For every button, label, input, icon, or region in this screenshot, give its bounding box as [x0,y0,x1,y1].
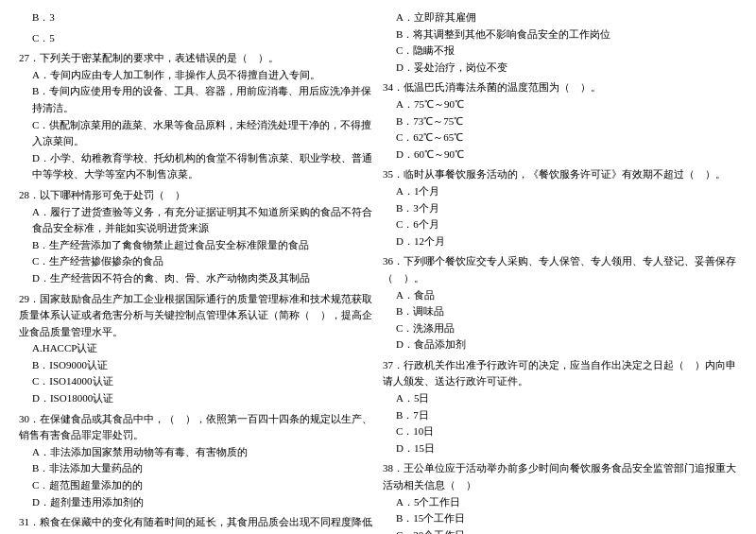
q-b3: B．3 [19,9,373,26]
q34-text: 34．低温巴氏消毒法杀菌的温度范围为（ ）。 [383,79,737,96]
q29-c: C．ISO14000认证 [19,373,373,390]
q34: 34．低温巴氏消毒法杀菌的温度范围为（ ）。 A．75℃～90℃ B．73℃～7… [383,79,737,163]
q29-b: B．ISO9000认证 [19,357,373,374]
q33-a: A．立即辞其雇佣 [383,9,737,26]
q37-b: B．7日 [383,407,737,424]
right-column: A．立即辞其雇佣 B．将其调整到其他不影响食品安全的工作岗位 C．隐瞒不报 D．… [383,9,737,534]
q38-a: A．5个工作日 [383,494,737,511]
q34-b: B．73℃～75℃ [383,113,737,130]
q35-c: C．6个月 [383,216,737,233]
q30-b: B．非法添加大量药品的 [19,460,373,477]
q33-opts: A．立即辞其雇佣 B．将其调整到其他不影响食品安全的工作岗位 C．隐瞒不报 D．… [383,9,737,76]
q36: 36．下列哪个餐饮应交专人采购、专人保管、专人领用、专人登记、妥善保存（ ）。 … [383,253,737,353]
q34-d: D．60℃～90℃ [383,146,737,164]
q37-c: C．10日 [383,423,737,440]
q-c5: C．5 [19,30,373,47]
q33-d: D．妥处治疗，岗位不变 [383,60,737,77]
q35-text: 35．临时从事餐饮服务活动的，《餐饮服务许可证》有效期不超过（ ）。 [383,166,737,183]
q28-d: D．生产经营因不符合的禽、肉、骨、水产动物肉类及其制品 [19,270,373,287]
q29-text: 29．国家鼓励食品生产加工企业根据国际通行的质量管理标准和技术规范获取质量体系认… [19,291,373,341]
q33-b: B．将其调整到其他不影响食品安全的工作岗位 [383,26,737,43]
q27-text: 27．下列关于密某配制的要求中，表述错误的是（ ）。 [19,50,373,67]
q28: 28．以下哪种情形可免于处罚（ ） A．履行了进货查验等义务，有充分证据证明其不… [19,187,373,287]
q37-a: A．5日 [383,390,737,407]
q30-a: A．非法添加国家禁用动物等有毒、有害物质的 [19,444,373,461]
q36-d: D．食品添加剂 [383,336,737,353]
q36-b: B．调味品 [383,303,737,320]
q34-a: A．75℃～90℃ [383,96,737,113]
q38-b: B．15个工作日 [383,510,737,527]
q28-b: B．生产经营添加了禽食物禁止超过食品安全标准限量的食品 [19,237,373,254]
page-container: B．3 C．5 27．下列关于密某配制的要求中，表述错误的是（ ）。 A．专间内… [19,9,737,534]
q29-d: D．ISO18000认证 [19,390,373,407]
option-c5: C．5 [19,30,373,47]
q36-text: 36．下列哪个餐饮应交专人采购、专人保管、专人领用、专人登记、妥善保存（ ）。 [383,253,737,286]
q35-b: B．3个月 [383,200,737,217]
q38-text: 38．王公单位应于活动举办前多少时间向餐饮服务食品安全监管部门追报重大活动相关信… [383,460,737,493]
q31-text: 31．粮食在保藏中的变化有随着时间的延长，其食用品质会出现不同程度降低的现象，称… [19,514,373,534]
q27: 27．下列关于密某配制的要求中，表述错误的是（ ）。 A．专间内应由专人加工制作… [19,50,373,183]
q37-text: 37．行政机关作出准予行政许可的决定，应当自作出决定之日起（ ）内向申请人颁发、… [383,357,737,390]
q36-a: A．食品 [383,287,737,304]
q28-c: C．生产经营掺假掺杂的食品 [19,253,373,270]
q27-d: D．小学、幼稚教育学校、托幼机构的食堂不得制售凉菜、职业学校、普通中等学校、大学… [19,150,373,183]
q38: 38．王公单位应于活动举办前多少时间向餐饮服务食品安全监管部门追报重大活动相关信… [383,460,737,534]
q27-a: A．专间内应由专人加工制作，非操作人员不得擅自进入专间。 [19,67,373,84]
q38-c: C．20个工作日 [383,527,737,534]
q31: 31．粮食在保藏中的变化有随着时间的延长，其食用品质会出现不同程度降低的现象，称… [19,514,373,534]
q35-a: A．1个月 [383,183,737,200]
option-b3: B．3 [19,9,373,26]
q33-c: C．隐瞒不报 [383,43,737,60]
q28-text: 28．以下哪种情形可免于处罚（ ） [19,187,373,204]
q35-d: D．12个月 [383,233,737,250]
q37: 37．行政机关作出准予行政许可的决定，应当自作出决定之日起（ ）内向申请人颁发、… [383,357,737,457]
left-column: B．3 C．5 27．下列关于密某配制的要求中，表述错误的是（ ）。 A．专间内… [19,9,373,534]
q27-b: B．专间内应使用专用的设备、工具、容器，用前应消毒、用后应洗净并保持清洁。 [19,83,373,116]
q34-c: C．62℃～65℃ [383,129,737,146]
q28-a: A．履行了进货查验等义务，有充分证据证明其不知道所采购的食品不符合食品安全标准，… [19,204,373,237]
q35: 35．临时从事餐饮服务活动的，《餐饮服务许可证》有效期不超过（ ）。 A．1个月… [383,166,737,250]
q30-text: 30．在保健食品或其食品中中，（ ），依照第一百四十四条的规定以生产、销售有害食… [19,411,373,444]
q27-c: C．供配制凉菜用的蔬菜、水果等食品原料，未经消洗处理干净的，不得擅入凉菜间。 [19,117,373,150]
q37-d: D．15日 [383,440,737,457]
q29: 29．国家鼓励食品生产加工企业根据国际通行的质量管理标准和技术规范获取质量体系认… [19,291,373,407]
q29-a: A.HACCP认证 [19,340,373,357]
q36-c: C．洗涤用品 [383,320,737,337]
q30-d: D．超剂量违用添加剂的 [19,494,373,511]
q30-c: C．超范围超量添加的的 [19,477,373,494]
q30: 30．在保健食品或其食品中中，（ ），依照第一百四十四条的规定以生产、销售有害食… [19,411,373,511]
